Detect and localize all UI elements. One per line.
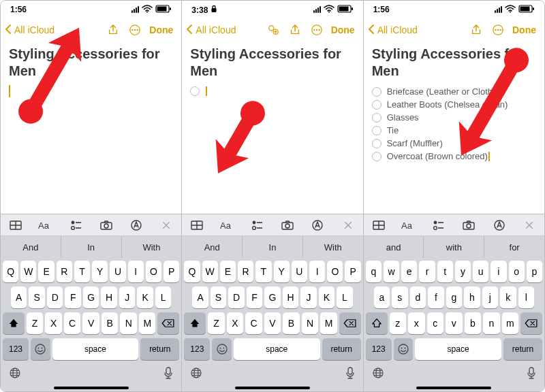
space-key[interactable]: space: [415, 338, 501, 360]
key-o[interactable]: O: [327, 261, 343, 282]
key-k[interactable]: k: [500, 287, 516, 308]
back-button[interactable]: All iCloud: [3, 24, 100, 37]
key-d[interactable]: D: [228, 287, 244, 308]
key-v[interactable]: v: [446, 312, 463, 334]
checklist-item[interactable]: [190, 85, 354, 97]
key-v[interactable]: V: [264, 312, 281, 334]
collaborate-button[interactable]: [264, 21, 282, 39]
back-button[interactable]: All iCloud: [185, 24, 260, 37]
text-format-button[interactable]: [219, 217, 236, 233]
emoji-key[interactable]: [394, 338, 414, 360]
predictive-word[interactable]: And: [182, 236, 243, 258]
shift-key[interactable]: [3, 312, 25, 334]
key-u[interactable]: u: [473, 261, 488, 282]
key-m[interactable]: M: [320, 312, 337, 334]
table-button[interactable]: [189, 217, 205, 233]
return-key[interactable]: return: [503, 338, 542, 360]
key-h[interactable]: H: [283, 287, 298, 308]
text-format-button[interactable]: [37, 217, 54, 233]
key-r[interactable]: r: [419, 261, 435, 282]
key-d[interactable]: D: [47, 287, 63, 308]
checklist-item[interactable]: Briefcase (Leather or Cloth): [372, 85, 536, 98]
key-a[interactable]: A: [11, 287, 27, 308]
dictation-button[interactable]: [164, 366, 173, 382]
key-s[interactable]: s: [392, 287, 407, 308]
more-button[interactable]: [126, 21, 144, 39]
key-z[interactable]: Z: [208, 312, 225, 334]
done-button[interactable]: Done: [148, 24, 174, 35]
dictation-button[interactable]: [345, 366, 355, 382]
key-g[interactable]: g: [446, 287, 462, 308]
key-q[interactable]: Q: [3, 261, 18, 282]
key-z[interactable]: Z: [27, 312, 44, 334]
camera-button[interactable]: [279, 217, 296, 233]
checklist-button[interactable]: [249, 217, 266, 233]
checklist-button[interactable]: [68, 217, 84, 233]
key-e[interactable]: e: [401, 261, 417, 282]
note-body[interactable]: Styling Accessories for Men Briefcase (L…: [364, 42, 544, 214]
backspace-key[interactable]: [157, 312, 179, 334]
key-r[interactable]: R: [57, 261, 72, 282]
key-a[interactable]: a: [374, 287, 390, 308]
key-r[interactable]: R: [238, 261, 253, 282]
dictation-button[interactable]: [527, 366, 536, 382]
emoji-key[interactable]: [212, 338, 232, 360]
close-toolbar-button[interactable]: [158, 217, 174, 233]
checkbox-circle-icon[interactable]: [372, 113, 382, 122]
globe-button[interactable]: [372, 367, 384, 382]
done-button[interactable]: Done: [330, 24, 356, 35]
key-f[interactable]: F: [65, 287, 80, 308]
predictive-word[interactable]: and: [364, 236, 424, 258]
checklist-item[interactable]: Overcoat (Brown colored): [372, 150, 536, 163]
key-s[interactable]: S: [211, 287, 226, 308]
predictive-word[interactable]: with: [424, 236, 484, 258]
key-y[interactable]: Y: [92, 261, 108, 282]
close-toolbar-button[interactable]: [521, 217, 538, 233]
note-body[interactable]: Styling Accessories for Men: [182, 42, 362, 214]
emoji-key[interactable]: [31, 338, 50, 360]
key-v[interactable]: V: [82, 312, 99, 334]
table-button[interactable]: [371, 217, 387, 233]
key-n[interactable]: N: [302, 312, 319, 334]
key-c[interactable]: C: [245, 312, 262, 334]
key-i[interactable]: I: [128, 261, 144, 282]
key-h[interactable]: h: [464, 287, 480, 308]
key-i[interactable]: i: [490, 261, 506, 282]
key-x[interactable]: x: [408, 312, 425, 334]
key-q[interactable]: q: [366, 261, 382, 282]
key-u[interactable]: U: [110, 261, 125, 282]
key-p[interactable]: P: [345, 261, 360, 282]
predictive-word[interactable]: for: [484, 236, 544, 258]
key-k[interactable]: K: [319, 287, 334, 308]
more-button[interactable]: [489, 21, 507, 39]
checkbox-circle-icon[interactable]: [190, 86, 200, 96]
predictive-word[interactable]: And: [1, 236, 61, 258]
key-t[interactable]: T: [74, 261, 90, 282]
table-button[interactable]: [7, 217, 24, 233]
key-y[interactable]: y: [455, 261, 471, 282]
key-m[interactable]: m: [502, 312, 519, 334]
key-d[interactable]: d: [410, 287, 426, 308]
key-p[interactable]: p: [527, 261, 542, 282]
key-k[interactable]: K: [137, 287, 153, 308]
key-c[interactable]: c: [427, 312, 444, 334]
key-t[interactable]: t: [437, 261, 453, 282]
checkbox-circle-icon[interactable]: [372, 152, 382, 161]
share-button[interactable]: [467, 21, 485, 39]
key-o[interactable]: o: [509, 261, 525, 282]
key-e[interactable]: E: [220, 261, 236, 282]
checklist-item[interactable]: Scarf (Muffler): [372, 137, 536, 150]
key-h[interactable]: H: [101, 287, 116, 308]
checklist-item[interactable]: Leather Boots (Chelsea or tan): [372, 98, 536, 111]
key-b[interactable]: b: [465, 312, 482, 334]
checklist-item[interactable]: Glasses: [372, 111, 536, 124]
done-button[interactable]: Done: [511, 24, 538, 35]
key-q[interactable]: Q: [184, 261, 200, 282]
key-n[interactable]: N: [120, 312, 137, 334]
globe-button[interactable]: [9, 367, 21, 382]
predictive-word[interactable]: In: [61, 236, 122, 258]
key-x[interactable]: X: [227, 312, 244, 334]
share-button[interactable]: [104, 21, 122, 39]
key-j[interactable]: j: [482, 287, 498, 308]
predictive-word[interactable]: With: [303, 236, 363, 258]
